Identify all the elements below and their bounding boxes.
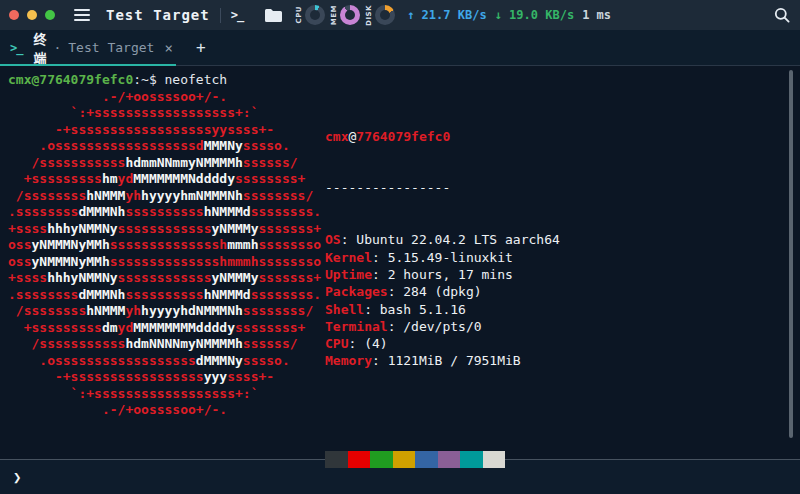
tab-terminal-icon: >_ xyxy=(10,41,22,55)
gauge-mem: MEM xyxy=(330,5,360,25)
palette-swatch xyxy=(370,451,393,468)
titlebar: Test Target >_ CPUMEMDISK ↑ 21.7 KB/s ↓ … xyxy=(0,0,800,30)
gauge-label-disk: DISK xyxy=(365,5,373,26)
tabbar: >_ 终端 · Test Target × + xyxy=(0,30,800,66)
palette-row-normal xyxy=(325,451,560,468)
tab-app-name: 终端 xyxy=(33,29,46,67)
info-header: cmx@7764079fefc0 xyxy=(325,128,560,145)
minimize-window-button[interactable] xyxy=(27,10,37,20)
prompt-chevron-icon: ❯ xyxy=(13,469,21,485)
network-latency: 1 ms xyxy=(582,8,611,22)
new-tab-button[interactable]: + xyxy=(190,38,212,57)
prompt-path: ~ xyxy=(141,72,149,87)
info-row-packages: Packages: 284 (dpkg) xyxy=(325,283,560,300)
terminal-icon[interactable]: >_ xyxy=(231,8,243,22)
prompt-command: neofetch xyxy=(165,72,228,87)
prompt-line: cmx@7764079fefc0:~$ neofetch xyxy=(8,72,800,89)
network-download-speed: ↓ 19.0 KB/s xyxy=(495,8,574,22)
info-rows: OS: Ubuntu 22.04.2 LTS aarch64Kernel: 5.… xyxy=(325,231,560,369)
info-row-cpu: CPU: (4) xyxy=(325,335,560,352)
neofetch-info-panel: cmx@7764079fefc0 ---------------- OS: Ub… xyxy=(325,93,560,494)
info-row-os: OS: Ubuntu 22.04.2 LTS aarch64 xyxy=(325,231,560,248)
terminal-screen[interactable]: cmx@7764079fefc0:~$ neofetch .-/+oosssso… xyxy=(0,66,800,459)
palette-swatch xyxy=(325,451,348,468)
tab-title: Test Target xyxy=(68,40,154,55)
gauge-ring-disk-icon xyxy=(375,5,395,25)
search-icon[interactable] xyxy=(774,7,790,23)
folder-icon[interactable] xyxy=(265,9,282,22)
close-window-button[interactable] xyxy=(9,10,19,20)
tab-close-icon[interactable]: × xyxy=(164,40,172,56)
tab-test-target[interactable]: >_ 终端 · Test Target × xyxy=(0,30,176,65)
gauge-ring-mem-icon xyxy=(340,5,360,25)
info-row-memory: Memory: 1121MiB / 7951MiB xyxy=(325,352,560,369)
info-row-terminal: Terminal: /dev/pts/0 xyxy=(325,318,560,335)
gauge-label-mem: MEM xyxy=(330,5,338,25)
info-row-kernel: Kernel: 5.15.49-linuxkit xyxy=(325,249,560,266)
palette-swatch xyxy=(460,451,483,468)
palette-swatch xyxy=(483,451,506,468)
window-title: Test Target xyxy=(106,7,210,23)
palette-swatch xyxy=(438,451,461,468)
info-row-uptime: Uptime: 2 hours, 17 mins xyxy=(325,266,560,283)
palette-swatch xyxy=(348,451,371,468)
info-row-shell: Shell: bash 5.1.16 xyxy=(325,301,560,318)
menu-icon[interactable] xyxy=(74,9,90,21)
palette-swatch xyxy=(393,451,416,468)
palette-swatch xyxy=(415,451,438,468)
info-underline: ---------------- xyxy=(325,179,560,196)
network-upload-speed: ↑ 21.7 KB/s xyxy=(407,8,486,22)
prompt-user-host: cmx@7764079fefc0 xyxy=(8,72,133,87)
gauge-label-cpu: CPU xyxy=(295,6,303,23)
gauge-cpu: CPU xyxy=(295,5,325,25)
maximize-window-button[interactable] xyxy=(45,10,55,20)
titlebar-divider xyxy=(220,8,221,23)
gauge-ring-cpu-icon xyxy=(305,5,325,25)
terminal-color-palette xyxy=(325,416,560,494)
terminal-scrollbar-thumb[interactable] xyxy=(789,70,793,438)
gauge-disk: DISK xyxy=(365,5,395,26)
tab-separator: · xyxy=(53,40,61,55)
traffic-lights xyxy=(9,10,55,20)
system-gauges: CPUMEMDISK xyxy=(295,5,395,26)
